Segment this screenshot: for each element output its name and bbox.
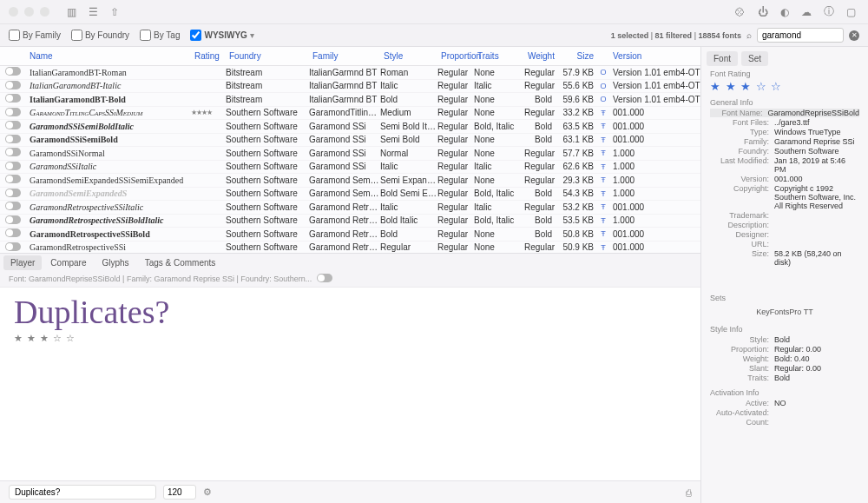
tab-tags[interactable]: Tags & Comments	[138, 255, 223, 270]
table-row[interactable]: GaramondTitlingCapsSSiMedium ★★★★ Southe…	[0, 107, 700, 121]
table-row[interactable]: GaramondSemiExpandedS Southern Software …	[0, 188, 700, 202]
version-cell: 001.000	[609, 135, 700, 144]
version-cell: 001.000	[609, 108, 700, 117]
table-row[interactable]: GaramondRetrospectiveSSiBold Southern So…	[0, 228, 700, 242]
size-cell: 59.6 KB	[557, 95, 597, 104]
tab-player[interactable]: Player	[3, 255, 42, 270]
proportion-cell: Regular	[437, 95, 474, 104]
activate-toggle[interactable]	[5, 242, 26, 253]
activation-info-label: Activation Info	[710, 388, 859, 397]
table-row[interactable]: ItalianGaramondBT-Roman Bitstream Italia…	[0, 66, 700, 80]
switch-icon[interactable]: ⏻	[754, 6, 772, 18]
preview-rating[interactable]: ★ ★ ★ ☆ ☆	[14, 333, 687, 344]
sidebar-toggle-icon[interactable]: ▥	[63, 6, 80, 18]
activate-toggle[interactable]	[5, 94, 26, 104]
share-icon[interactable]: ⇧	[107, 6, 122, 18]
font-rating-stars[interactable]: ★ ★ ★ ☆ ☆	[710, 80, 859, 93]
proportion-cell: Regular	[437, 81, 474, 90]
weight-cell: Regular	[524, 242, 557, 252]
table-header[interactable]: Name Rating Foundry Family Style Proport…	[0, 47, 700, 66]
by-family-checkbox[interactable]: By Family	[9, 30, 61, 41]
table-row[interactable]: GaramondSSiSemiBoldItalic Southern Softw…	[0, 120, 700, 134]
preview-toggle[interactable]	[317, 274, 338, 284]
filetype-icon: Ŧ	[597, 202, 609, 211]
table-row[interactable]: GaramondSSiItalic Southern Software Gara…	[0, 161, 700, 175]
cloud-icon[interactable]: ☁	[798, 6, 815, 18]
toggle-icon[interactable]: ◐	[777, 6, 792, 18]
tab-glyphs[interactable]: Glyphs	[95, 255, 136, 270]
print-icon[interactable]: ⎙	[686, 487, 692, 498]
foundry-cell: Bitstream	[226, 68, 309, 77]
activate-toggle[interactable]	[5, 81, 26, 91]
family-cell: Garamond Retrospe...	[309, 215, 380, 225]
info-row: Last Modified:Jan 18, 2019 at 5:46 PM	[710, 156, 859, 174]
weight-cell: Regular	[524, 149, 557, 158]
family-cell: ItalianGarmnd BT	[309, 81, 380, 90]
font-table-body[interactable]: ItalianGaramondBT-Roman Bitstream Italia…	[0, 66, 700, 253]
activate-toggle[interactable]	[5, 135, 26, 145]
window-controls[interactable]	[9, 7, 49, 17]
style-cell: Bold Italic	[380, 215, 437, 225]
size-cell: 62.6 KB	[557, 162, 597, 171]
version-cell: 001.000	[609, 229, 700, 239]
inspector-tabs[interactable]: Font Set	[701, 47, 868, 66]
table-row[interactable]: GaramondRetrospectiveSSi Southern Softwa…	[0, 242, 700, 253]
activate-toggle[interactable]	[5, 189, 26, 199]
activate-toggle[interactable]	[5, 67, 26, 77]
style-info-label: Style Info	[710, 325, 859, 334]
version-cell: 1.000	[609, 189, 700, 198]
style-cell: Italic	[380, 202, 437, 212]
preview-meta: Font: GaramondRepriseSSiBold | Family: G…	[0, 272, 700, 288]
foundry-cell: Southern Software	[226, 202, 309, 212]
table-row[interactable]: GaramondSSiSemiBold Southern Software Ga…	[0, 134, 700, 148]
preview-text-input[interactable]	[9, 485, 156, 500]
foundry-cell: Bitstream	[226, 81, 309, 90]
family-cell: Garamond SSi	[309, 162, 380, 171]
by-foundry-checkbox[interactable]: By Foundry	[71, 30, 129, 41]
search-input[interactable]	[757, 28, 844, 43]
weight-cell: Bold	[524, 229, 557, 239]
foundry-cell: Southern Software	[226, 108, 309, 117]
activate-toggle[interactable]	[5, 121, 26, 131]
tab-font[interactable]: Font	[707, 51, 738, 66]
weight-cell: Bold	[524, 95, 557, 104]
eyeglass-icon[interactable]: ⛒	[732, 6, 749, 18]
preview-size-input[interactable]	[163, 485, 196, 500]
activate-toggle[interactable]	[5, 215, 26, 226]
activate-toggle[interactable]	[5, 228, 26, 239]
style-cell: Medium	[380, 108, 437, 117]
activate-toggle[interactable]	[5, 162, 26, 172]
panel-icon[interactable]: ▢	[843, 6, 859, 18]
table-row[interactable]: ItalianGaramondBT-Italic Bitstream Itali…	[0, 80, 700, 94]
preview-tabs[interactable]: Player Compare Glyphs Tags & Comments	[0, 253, 700, 272]
font-name: GaramondSSiItalic	[26, 162, 191, 171]
style-cell: Roman	[380, 68, 437, 77]
activate-toggle[interactable]	[5, 148, 26, 158]
clear-search-icon[interactable]: ✕	[849, 30, 859, 41]
proportion-cell: Regular	[437, 162, 474, 171]
activate-toggle[interactable]	[5, 175, 26, 185]
activate-toggle[interactable]	[5, 108, 26, 118]
size-cell: 54.3 KB	[557, 189, 597, 198]
info-icon[interactable]: ⓘ	[820, 4, 838, 19]
proportion-cell: Regular	[437, 149, 474, 158]
tab-set[interactable]: Set	[741, 51, 768, 66]
family-cell: ItalianGarmnd BT	[309, 95, 380, 104]
table-row[interactable]: GaramondRetrospectiveSSiBoldItalic South…	[0, 215, 700, 228]
filetype-icon: Ŧ	[597, 149, 609, 157]
table-row[interactable]: ItalianGaramondBT-Bold Bitstream Italian…	[0, 93, 700, 107]
proportion-cell: Regular	[437, 189, 474, 198]
wysiwyg-checkbox[interactable]: WYSIWYG ▾	[190, 30, 253, 41]
sets-label: Sets	[710, 294, 859, 302]
activate-toggle[interactable]	[5, 202, 26, 212]
list-view-icon[interactable]: ☰	[85, 6, 102, 18]
font-name: GaramondRetrospectiveSSiBoldItalic	[26, 215, 191, 225]
foundry-cell: Southern Software	[226, 162, 309, 171]
by-tag-checkbox[interactable]: By Tag	[140, 30, 180, 41]
table-row[interactable]: GaramondRetrospectiveSSiItalic Southern …	[0, 201, 700, 215]
table-row[interactable]: GaramondSSiNormal Southern Software Gara…	[0, 147, 700, 161]
gear-icon[interactable]: ⚙	[203, 486, 212, 498]
tab-compare[interactable]: Compare	[43, 255, 93, 270]
info-row: Active:NO	[710, 399, 859, 407]
table-row[interactable]: GaramondSemiExpandedSSiSemiExpanded Sout…	[0, 174, 700, 188]
